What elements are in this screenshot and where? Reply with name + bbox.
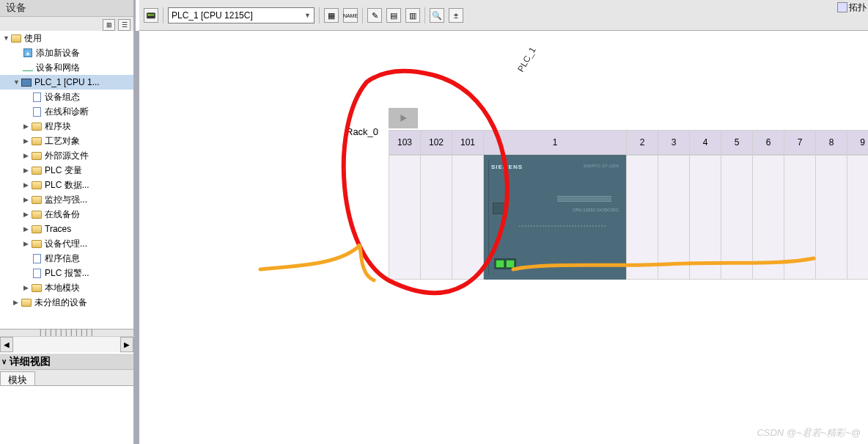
cpu-ethernet-ports[interactable] xyxy=(494,258,516,269)
tree-tech-objects[interactable]: 工艺对象 xyxy=(0,134,133,148)
slot-header-1[interactable]: 1 xyxy=(483,130,626,155)
chevron-right-icon xyxy=(23,236,31,251)
tree-item-label: 设备代理... xyxy=(45,236,87,251)
folder-icon xyxy=(31,194,43,205)
grid2-icon[interactable]: ▥ xyxy=(405,8,420,23)
tree-item-label: 设备组态 xyxy=(45,90,80,104)
tree-item-label: PLC 变量 xyxy=(45,163,82,178)
tree-plc-vars[interactable]: PLC 变量 xyxy=(0,163,133,178)
tree-program-info[interactable]: 程序信息 xyxy=(0,251,133,266)
list-view-icon[interactable]: ☰ xyxy=(118,19,130,31)
tree-program-blocks[interactable]: 程序块 xyxy=(0,119,133,134)
svg-marker-0 xyxy=(400,114,406,122)
tree-devices-networks[interactable]: 设备和网络 xyxy=(0,60,133,75)
tree-local-modules[interactable]: 本地模块 xyxy=(0,280,133,295)
slot-body-3[interactable] xyxy=(658,155,689,280)
tree-root[interactable]: 使用 xyxy=(0,31,133,46)
slot-header-101[interactable]: 101 xyxy=(452,130,483,155)
chevron-down-icon xyxy=(13,75,21,90)
grid-view-icon[interactable]: ⊞ xyxy=(103,19,115,31)
grid1-icon[interactable]: ▤ xyxy=(386,8,401,23)
slot-header-103[interactable]: 103 xyxy=(389,130,420,155)
folder-icon xyxy=(31,224,43,234)
orange-line-left-annotation xyxy=(260,245,374,280)
slot-header-7[interactable]: 7 xyxy=(784,130,815,155)
rack-start-marker[interactable] xyxy=(389,108,418,128)
tree-item-label: 未分组的设备 xyxy=(34,295,87,310)
module-view-icon[interactable]: ▦ xyxy=(324,8,339,23)
topology-label: 拓扑 xyxy=(849,1,867,14)
folder-icon xyxy=(31,150,43,161)
config-icon xyxy=(31,92,43,102)
device-selector-dropdown[interactable]: PLC_1 [CPU 1215C] xyxy=(168,7,315,23)
horizontal-resize-grip[interactable] xyxy=(0,329,136,336)
zoom-adjust-icon[interactable]: ± xyxy=(449,8,463,23)
slot-header-9[interactable]: 9 xyxy=(847,130,868,155)
details-header[interactable]: ∨ 详细视图 xyxy=(0,354,133,370)
tree-online-backup[interactable]: 在线备份 xyxy=(0,207,133,222)
tree-ext-sources[interactable]: 外部源文件 xyxy=(0,148,133,163)
chevron-right-icon xyxy=(23,280,31,295)
slot-body-102[interactable] xyxy=(420,155,452,280)
tree-item-label: PLC 数据... xyxy=(45,178,89,192)
tree-device-config[interactable]: 设备组态 xyxy=(0,90,133,104)
tree-item-label: Traces xyxy=(45,222,71,236)
plc-icon xyxy=(21,77,32,87)
tree-plc1[interactable]: PLC_1 [CPU 1... xyxy=(0,75,133,90)
show-device-icon[interactable]: 📟 xyxy=(144,8,158,23)
folder-icon xyxy=(31,283,43,293)
slot-body-5[interactable] xyxy=(721,155,752,280)
tree-item-label: 在线和诊断 xyxy=(45,104,89,119)
slot-header-3[interactable]: 3 xyxy=(658,130,689,155)
rack-label: Rack_0 xyxy=(346,126,378,137)
tree-item-label: 监控与强... xyxy=(45,192,87,207)
tree-traces[interactable]: Traces xyxy=(0,222,133,236)
slot-header-6[interactable]: 6 xyxy=(752,130,784,155)
slot-body-8[interactable] xyxy=(815,155,847,280)
tree-h-scrollbar[interactable]: ◀ ▶ xyxy=(0,336,136,352)
highlight-icon[interactable]: ✎ xyxy=(367,8,382,23)
scroll-right-icon[interactable]: ▶ xyxy=(120,337,133,352)
name-tag-icon[interactable]: NAME xyxy=(343,8,358,23)
zoom-fit-icon[interactable]: 🔍 xyxy=(430,8,444,23)
slot-body-7[interactable] xyxy=(784,155,815,280)
toolbar-separator xyxy=(319,7,320,23)
slot-header-8[interactable]: 8 xyxy=(815,130,847,155)
device-selector-value: PLC_1 [CPU 1215C] xyxy=(172,10,253,21)
slot-header-4[interactable]: 4 xyxy=(689,130,721,155)
tree-ungrouped[interactable]: 未分组的设备 xyxy=(0,295,133,310)
slot-body-6[interactable] xyxy=(752,155,784,280)
add-device-icon xyxy=(22,48,34,58)
alarm-icon xyxy=(31,268,43,278)
tree-add-device[interactable]: 添加新设备 xyxy=(0,46,133,60)
cpu-slot[interactable]: SIEMENS SIMATIC S7-1200 CPU 1215C DC/DC/… xyxy=(483,155,626,280)
hardware-rack[interactable]: 103 102 101 1 2 3 4 5 6 7 8 9 SIEMENS SI… xyxy=(389,108,868,280)
slot-body-9[interactable] xyxy=(847,155,868,280)
slot-header-102[interactable]: 102 xyxy=(420,130,452,155)
tree-item-label: 程序块 xyxy=(45,119,71,134)
tree-plc-datatypes[interactable]: PLC 数据... xyxy=(0,178,133,192)
tree-watch-force[interactable]: 监控与强... xyxy=(0,192,133,207)
tree-online-diag[interactable]: 在线和诊断 xyxy=(0,104,133,119)
slot-body-4[interactable] xyxy=(689,155,721,280)
scroll-track[interactable] xyxy=(13,337,120,352)
details-body xyxy=(0,386,136,444)
info-icon xyxy=(31,253,43,263)
tree-item-label: 外部源文件 xyxy=(45,148,89,163)
chevron-down-icon: ∨ xyxy=(1,357,7,365)
slot-header-2[interactable]: 2 xyxy=(626,130,658,155)
slot-body-101[interactable] xyxy=(452,155,483,280)
topology-view-button[interactable]: 拓扑 xyxy=(837,1,867,13)
cpu-module[interactable]: SIEMENS SIMATIC S7-1200 CPU 1215C DC/DC/… xyxy=(484,155,626,280)
details-tab-modules[interactable]: 模块 xyxy=(0,371,35,385)
cpu-type-label: SIMATIC S7-1200 xyxy=(584,164,619,168)
tree-plc-alarms[interactable]: PLC 报警... xyxy=(0,266,133,280)
slot-body-2[interactable] xyxy=(626,155,658,280)
slot-header-5[interactable]: 5 xyxy=(721,130,752,155)
chevron-right-icon xyxy=(23,134,31,148)
scroll-left-icon[interactable]: ◀ xyxy=(0,337,13,352)
slot-body-103[interactable] xyxy=(389,155,420,280)
rack-device-name: PLC_1 xyxy=(515,46,537,74)
tree-device-proxy[interactable]: 设备代理... xyxy=(0,236,133,251)
cpu-display-icon xyxy=(493,203,507,214)
